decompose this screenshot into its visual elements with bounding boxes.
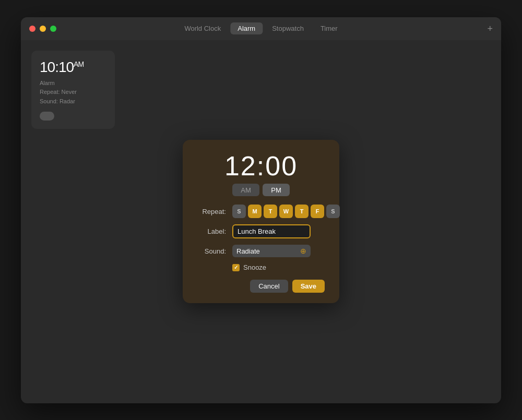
am-button[interactable]: AM: [232, 184, 259, 196]
snooze-checkbox[interactable]: [232, 264, 240, 271]
time-digits[interactable]: 12:00: [197, 152, 325, 179]
tab-bar: World Clock Alarm Stopwatch Timer: [177, 22, 345, 34]
sound-dropdown-icon: ⊕: [300, 247, 306, 255]
app-window: World Clock Alarm Stopwatch Timer + 10:1…: [21, 17, 501, 403]
label-field-label: Label:: [197, 227, 226, 235]
snooze-row: Snooze: [197, 263, 325, 271]
tab-alarm[interactable]: Alarm: [230, 22, 263, 34]
day-wednesday[interactable]: W: [279, 205, 293, 218]
day-sunday-1[interactable]: S: [232, 205, 246, 218]
modal-actions: Cancel Save: [197, 280, 325, 293]
pm-button[interactable]: PM: [263, 184, 290, 196]
titlebar: World Clock Alarm Stopwatch Timer +: [21, 17, 501, 40]
tab-stopwatch[interactable]: Stopwatch: [265, 22, 311, 34]
day-saturday-2[interactable]: S: [326, 205, 340, 218]
days-row: S M T W T F S: [232, 205, 340, 218]
modal-overlay: 12:00 AM PM Repeat: S M T: [21, 40, 501, 403]
snooze-label: Snooze: [243, 263, 266, 271]
cancel-button[interactable]: Cancel: [250, 280, 288, 293]
day-tuesday[interactable]: T: [264, 205, 277, 218]
day-monday[interactable]: M: [248, 205, 262, 218]
traffic-lights: [29, 26, 56, 32]
maximize-button[interactable]: [50, 26, 56, 32]
sound-select[interactable]: Radiate ⊕: [232, 245, 311, 257]
minimize-button[interactable]: [40, 26, 46, 32]
repeat-label: Repeat:: [197, 208, 226, 215]
label-row: Label:: [197, 224, 325, 238]
repeat-row: Repeat: S M T W T F S: [197, 205, 325, 218]
form-section: Repeat: S M T W T F S Label:: [197, 205, 325, 257]
ampm-toggle: AM PM: [197, 184, 325, 196]
add-alarm-button[interactable]: +: [487, 24, 493, 33]
tab-timer[interactable]: Timer: [313, 22, 345, 34]
day-friday[interactable]: F: [311, 205, 324, 218]
save-button[interactable]: Save: [292, 280, 325, 293]
close-button[interactable]: [29, 26, 35, 32]
time-display: 12:00 AM PM: [197, 152, 325, 196]
sound-row: Sound: Radiate ⊕: [197, 245, 325, 257]
sound-value: Radiate: [236, 247, 260, 255]
content-area: 10:10AM Alarm Repeat: Never Sound: Radar…: [21, 40, 501, 403]
sound-label: Sound:: [197, 247, 226, 255]
day-thursday[interactable]: T: [295, 205, 309, 218]
label-input[interactable]: [232, 224, 311, 238]
tab-world-clock[interactable]: World Clock: [177, 22, 228, 34]
alarm-edit-modal: 12:00 AM PM Repeat: S M T: [183, 140, 339, 303]
